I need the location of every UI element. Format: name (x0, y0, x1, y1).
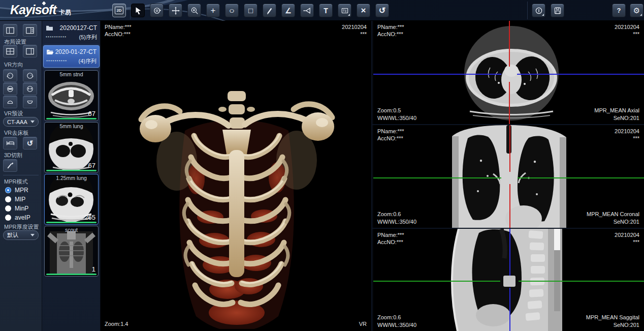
crosshair-icon: + (211, 6, 216, 15)
render-mode-overlay: VR (359, 321, 367, 327)
coronal-crosshair-vertical-top[interactable] (509, 125, 510, 172)
zoom-overlay: Zoom:0.6 (377, 211, 401, 217)
vr-head-front-button[interactable] (3, 82, 17, 95)
chevron-down-icon (30, 121, 35, 123)
vr-head-left-button[interactable] (3, 69, 17, 82)
vr-head-right-button[interactable] (23, 69, 37, 82)
study-date-overlay: 20210204 (615, 128, 639, 134)
logo-cn-text: 卡易 (59, 8, 71, 17)
sagittal-crosshair-vertical-bottom[interactable] (509, 288, 510, 331)
load-progress-bar (46, 274, 96, 275)
vr-direction-label: VR方向 (4, 61, 23, 69)
dropdown-corner-mark (542, 14, 544, 16)
pan-tool-button[interactable] (169, 4, 182, 17)
mpr-coronal-viewport[interactable]: PName:*** AccNO:*** 20210204 *** Zoom:0.… (373, 125, 644, 228)
series-thumbnail-5mm-lung[interactable]: 5mm lung 67 (44, 122, 99, 173)
head-top-icon (6, 98, 14, 106)
study-series-count: (4)序列 (79, 57, 96, 65)
crosshair-locate-button[interactable]: + (206, 4, 220, 17)
axial-crosshair-vertical-top[interactable] (509, 21, 510, 67)
angle-icon: ∠ (285, 7, 292, 14)
dropdown-corner-mark (640, 14, 642, 16)
layout-1x1-button[interactable] (3, 24, 17, 37)
coronal-crosshair-horizontal-left[interactable] (373, 177, 501, 178)
vr-head-back-button[interactable] (23, 82, 37, 95)
axial-crosshair-horizontal-left[interactable] (373, 74, 501, 75)
head-back-icon (26, 85, 34, 93)
plane-overlay: MPR_MEAN Axial (594, 107, 639, 113)
help-button[interactable]: ? (612, 4, 626, 17)
window-level-overlay: WW/WL:350/40 (377, 219, 416, 225)
radio-selected-icon (5, 187, 11, 193)
vr-3d-viewport[interactable]: PName:*** AccNO:*** 20210204 *** Zoom:1.… (101, 21, 372, 331)
pencil-measure-icon (265, 6, 274, 15)
masked-overlay: *** (633, 31, 639, 37)
save-floppy-icon (553, 6, 562, 15)
sagittal-crosshair-horizontal-left[interactable] (373, 281, 500, 282)
layout-single-icon (6, 27, 14, 34)
text-tool-icon: T (324, 7, 328, 14)
angle-tool-button[interactable]: ∠ (281, 4, 295, 17)
series-layout-button[interactable]: 2D (112, 4, 126, 17)
sagittal-crosshair-horizontal-right[interactable] (519, 281, 644, 282)
coronal-crosshair-horizontal-right[interactable] (518, 177, 644, 178)
zoom-overlay: Zoom:0.6 (377, 314, 401, 320)
measure-length-button[interactable] (263, 4, 276, 17)
series-thumbnail-5mm-stnd[interactable]: 5mm stnd 67 (44, 70, 99, 121)
delete-icon: × (361, 6, 366, 15)
restore-bed-button[interactable]: ↺ (23, 137, 37, 149)
masked-overlay: *** (633, 239, 639, 245)
mpr-mode-radio-mpr[interactable]: MPR (5, 187, 28, 194)
series-thumbnail-scout[interactable]: scout 1 (44, 226, 99, 277)
settings-button[interactable]: ⚙ (630, 4, 643, 17)
save-button[interactable] (551, 4, 564, 17)
window-level-button[interactable] (338, 4, 351, 17)
ellipse-roi-button[interactable]: ○ (225, 4, 239, 17)
vr-ribcage-rendering (120, 59, 353, 329)
mpr-mode-radio-mip[interactable]: MIP (5, 196, 25, 203)
cobb-angle-button[interactable] (300, 4, 314, 17)
study-date-overlay: 20210204 (342, 24, 367, 30)
vr-preset-value: CT-AAA (7, 119, 28, 125)
rectangle-roi-button[interactable]: □ (244, 4, 257, 17)
masked-overlay: *** (360, 31, 367, 37)
layout-1x2-button[interactable] (23, 45, 37, 57)
axial-crosshair-horizontal-right[interactable] (517, 74, 644, 75)
remove-bed-button[interactable] (3, 137, 17, 149)
bed-icon (6, 139, 15, 147)
radio-label: MIP (15, 196, 25, 203)
mpr-thickness-select[interactable]: 默认 (3, 230, 39, 240)
rotate-3d-button[interactable] (150, 4, 164, 17)
text-annotation-button[interactable]: T (319, 4, 333, 17)
vr-preset-select[interactable]: CT-AAA (3, 117, 39, 127)
series-thumbnail-125mm-lung[interactable]: 1.25mm lung 265 (44, 174, 99, 225)
head-front-icon (6, 85, 14, 93)
layout-report-button[interactable] (23, 24, 37, 37)
mpr-sagittal-viewport[interactable]: PName:*** AccNO:*** 20210204 *** Zoom:0.… (373, 229, 644, 331)
reset-icon: ↺ (27, 139, 34, 147)
study-item-1[interactable]: 20200127-CT ********** (5)序列 (43, 22, 100, 43)
coronal-crosshair-vertical-bottom[interactable] (509, 184, 510, 228)
cursor-tool-button[interactable] (131, 4, 145, 17)
gear-icon: ⚙ (633, 7, 640, 14)
vr-head-top-button[interactable] (3, 96, 17, 108)
zoom-tool-button[interactable] (187, 4, 201, 17)
study-item-2-selected[interactable]: 2020-01-27-CT ********** (4)序列 (43, 45, 100, 68)
thumbnail-image-count: 265 (84, 214, 95, 221)
scalpel-cut-button[interactable] (3, 159, 17, 172)
sagittal-crosshair-vertical-top[interactable] (509, 229, 510, 276)
patient-name-overlay: PName:*** (377, 128, 404, 134)
load-progress-bar (46, 222, 96, 223)
load-progress-bar (46, 118, 96, 119)
mpr-mode-radio-minp[interactable]: MinP (5, 205, 28, 212)
info-button[interactable] (532, 4, 545, 17)
reset-view-button[interactable]: ↺ (375, 4, 389, 17)
axial-crosshair-vertical-bottom[interactable] (509, 82, 510, 124)
delete-annotation-button[interactable]: × (357, 4, 370, 17)
vr-head-bottom-button[interactable] (23, 96, 37, 108)
chevron-down-icon (30, 234, 35, 236)
layout-2x2-button[interactable] (3, 45, 17, 57)
mpr-axial-viewport[interactable]: PName:*** AccNO:*** 20210204 *** Zoom:0.… (373, 21, 644, 124)
mpr-mode-radio-aveip[interactable]: aveIP (5, 214, 30, 221)
left-tool-sidebar: 布局设置 VR方向 (0, 21, 42, 331)
